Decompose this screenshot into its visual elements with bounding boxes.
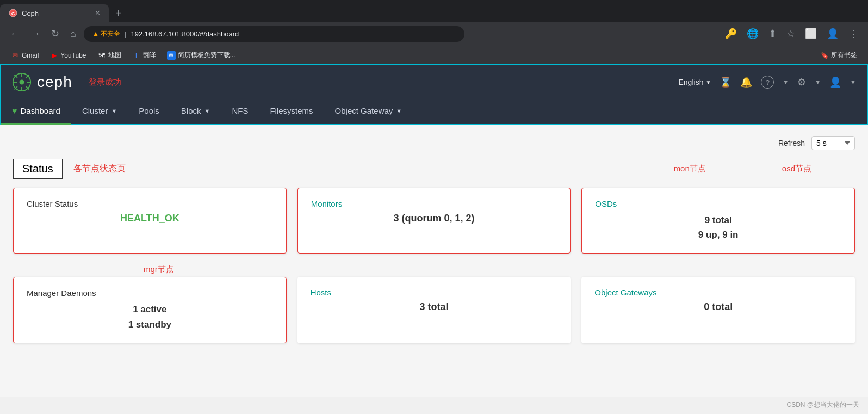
cluster-chevron-icon: ▼ bbox=[111, 108, 117, 114]
object-gateways-card: Object Gateways 0 total bbox=[581, 277, 855, 343]
all-bookmarks-button[interactable]: 🔖 所有书签 bbox=[816, 49, 861, 61]
user-icon[interactable]: 👤 bbox=[829, 76, 841, 88]
browser-tabs: C Ceph × + bbox=[0, 0, 868, 22]
monitors-title: Monitors bbox=[311, 199, 557, 208]
bookmark-resume-label: 简历模板免费下载... bbox=[178, 51, 235, 60]
refresh-button[interactable]: ↻ bbox=[48, 26, 63, 42]
cards-row-2: Manager Daemons 1 active 1 standby Hosts… bbox=[13, 277, 855, 343]
object-gateways-value: 0 total bbox=[594, 301, 842, 313]
nav-nfs[interactable]: NFS bbox=[221, 98, 259, 125]
svg-text:C: C bbox=[11, 11, 15, 16]
ceph-logo: ceph bbox=[12, 72, 72, 92]
nav-block[interactable]: Block ▼ bbox=[170, 98, 221, 125]
nav-cluster-label: Cluster bbox=[82, 106, 108, 115]
ceph-logo-icon bbox=[12, 72, 32, 92]
nav-filesystems[interactable]: Filesystems bbox=[259, 98, 324, 125]
cluster-status-card: Cluster Status HEALTH_OK bbox=[13, 188, 287, 254]
osds-values: 9 total 9 up, 9 in bbox=[595, 213, 841, 242]
tab-close-button[interactable]: × bbox=[95, 8, 100, 18]
nav-pools[interactable]: Pools bbox=[128, 98, 170, 125]
window-icon[interactable]: ⬜ bbox=[802, 26, 820, 42]
nav-nfs-label: NFS bbox=[232, 106, 248, 115]
new-tab-button[interactable]: + bbox=[109, 5, 128, 22]
cards-row-1: Cluster Status HEALTH_OK Monitors 3 (quo… bbox=[13, 188, 855, 254]
nav-dashboard[interactable]: ♥ Dashboard bbox=[1, 98, 71, 125]
tab-title: Ceph bbox=[22, 9, 39, 17]
nav-object-gateway-label: Object Gateway bbox=[335, 106, 393, 115]
home-button[interactable]: ⌂ bbox=[67, 26, 79, 42]
nav-dashboard-label: Dashboard bbox=[21, 106, 60, 115]
toolbar-right: 🔑 🌐 ⬆ ☆ ⬜ 👤 ⋮ bbox=[722, 26, 861, 42]
translate-bm-icon: T bbox=[132, 51, 141, 60]
browser-toolbar: ← → ↻ ⌂ ▲ 不安全 | 192.168.67.101:8000/#/da… bbox=[0, 22, 868, 46]
bookmark-translate-label: 翻译 bbox=[143, 51, 156, 60]
maps-icon: 🗺 bbox=[97, 51, 106, 60]
ceph-nav: ♥ Dashboard Cluster ▼ Pools Block ▼ NFS … bbox=[0, 99, 868, 125]
bookmark-folder-icon: 🔖 bbox=[821, 52, 829, 59]
osds-total: 9 total bbox=[595, 213, 841, 227]
back-button[interactable]: ← bbox=[7, 26, 23, 42]
language-selector[interactable]: English ▼ bbox=[679, 78, 711, 86]
login-message: 登录成功 bbox=[89, 77, 121, 88]
security-warning: ▲ 不安全 bbox=[92, 29, 120, 39]
bookmark-youtube[interactable]: ▶ YouTube bbox=[45, 50, 90, 61]
manager-daemons-title: Manager Daemons bbox=[27, 288, 273, 298]
osd-node-annotation: osd节点 bbox=[782, 164, 811, 174]
bookmark-maps[interactable]: 🗺 地图 bbox=[93, 49, 126, 61]
monitors-card: Monitors 3 (quorum 0, 1, 2) bbox=[297, 188, 571, 254]
bookmark-gmail[interactable]: ✉ Gmail bbox=[7, 50, 43, 61]
bookmark-maps-label: 地图 bbox=[108, 51, 121, 60]
url-text: 192.168.67.101:8000/#/dashboard bbox=[131, 30, 239, 38]
nav-pools-label: Pools bbox=[139, 106, 159, 115]
dashboard-heart-icon: ♥ bbox=[12, 106, 17, 116]
forward-button[interactable]: → bbox=[27, 26, 44, 42]
bookmark-translate[interactable]: T 翻译 bbox=[128, 49, 160, 61]
logo-text: ceph bbox=[37, 73, 72, 91]
tab-favicon: C bbox=[9, 9, 17, 17]
menu-icon[interactable]: ⋮ bbox=[845, 26, 861, 42]
svg-point-3 bbox=[20, 80, 24, 85]
ceph-header: ceph 登录成功 English ▼ ⌛ 🔔 ? ▼ ⚙ ▼ 👤 ▼ bbox=[0, 64, 868, 99]
bookmark-star-icon[interactable]: ☆ bbox=[783, 26, 798, 42]
monitors-value: 3 (quorum 0, 1, 2) bbox=[311, 213, 557, 224]
settings-icon[interactable]: ⚙ bbox=[797, 76, 806, 88]
resume-icon: W bbox=[167, 51, 176, 60]
cluster-status-value: HEALTH_OK bbox=[27, 213, 273, 224]
cluster-status-title: Cluster Status bbox=[27, 199, 273, 208]
nav-block-label: Block bbox=[181, 106, 201, 115]
nav-cluster[interactable]: Cluster ▼ bbox=[71, 98, 128, 125]
all-bookmarks-label: 所有书签 bbox=[831, 51, 857, 60]
footer-note: CSDN @想当大佬的一天 bbox=[786, 400, 859, 410]
header-right: English ▼ ⌛ 🔔 ? ▼ ⚙ ▼ 👤 ▼ bbox=[679, 76, 857, 89]
bell-icon[interactable]: 🔔 bbox=[740, 76, 752, 88]
ceph-app: ceph 登录成功 English ▼ ⌛ 🔔 ? ▼ ⚙ ▼ 👤 ▼ ♥ Da… bbox=[0, 64, 868, 397]
bookmark-resume[interactable]: W 简历模板免费下载... bbox=[163, 49, 240, 61]
nav-object-gateway[interactable]: Object Gateway ▼ bbox=[324, 98, 413, 125]
mgr-node-annotation: mgr节点 bbox=[144, 264, 174, 275]
gmail-icon: ✉ bbox=[11, 51, 20, 60]
bookmark-youtube-label: YouTube bbox=[60, 52, 86, 59]
nav-filesystems-label: Filesystems bbox=[270, 106, 313, 115]
refresh-select[interactable]: 5 s 10 s 30 s 60 s bbox=[811, 136, 855, 150]
password-icon[interactable]: 🔑 bbox=[722, 26, 740, 42]
active-tab[interactable]: C Ceph × bbox=[0, 4, 109, 22]
content-header: Refresh 5 s 10 s 30 s 60 s bbox=[13, 136, 855, 150]
address-bar[interactable]: ▲ 不安全 | 192.168.67.101:8000/#/dashboard bbox=[84, 26, 464, 42]
hosts-title: Hosts bbox=[311, 288, 558, 297]
translate-icon[interactable]: 🌐 bbox=[743, 26, 762, 42]
mon-node-annotation: mon节点 bbox=[674, 164, 706, 174]
profile-icon[interactable]: 👤 bbox=[823, 26, 842, 42]
object-gateways-title: Object Gateways bbox=[594, 288, 842, 297]
bookmarks-bar: ✉ Gmail ▶ YouTube 🗺 地图 T 翻译 W 简历模板免费下载..… bbox=[0, 46, 868, 64]
ceph-content: Refresh 5 s 10 s 30 s 60 s Status 各节点状态页… bbox=[0, 125, 868, 397]
block-chevron-icon: ▼ bbox=[204, 108, 210, 114]
status-box: Status bbox=[13, 159, 63, 179]
help-icon[interactable]: ? bbox=[761, 76, 774, 89]
share-icon[interactable]: ⬆ bbox=[765, 26, 780, 42]
object-gateway-chevron-icon: ▼ bbox=[396, 108, 402, 114]
hosts-card: Hosts 3 total bbox=[297, 277, 571, 343]
refresh-label: Refresh bbox=[778, 139, 805, 147]
hosts-value: 3 total bbox=[311, 301, 558, 313]
bookmark-gmail-label: Gmail bbox=[22, 52, 39, 59]
timeout-icon[interactable]: ⌛ bbox=[720, 76, 731, 88]
